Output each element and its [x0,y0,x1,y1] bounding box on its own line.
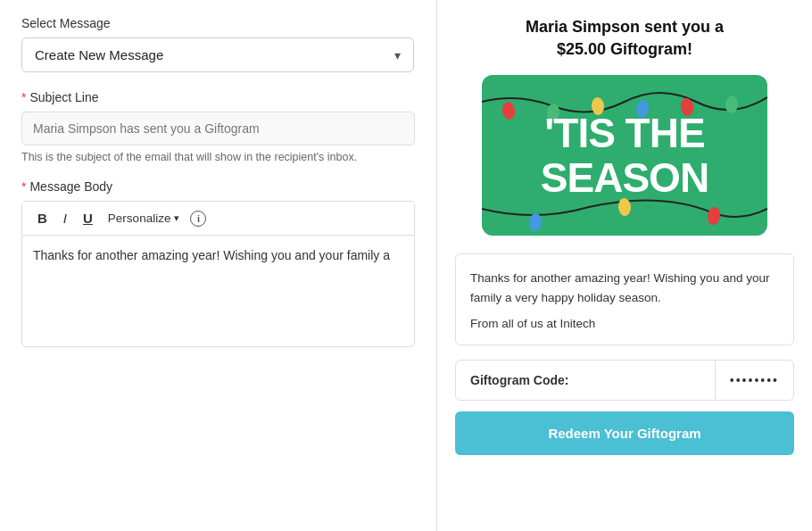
subject-line-input[interactable] [21,112,415,145]
card-text-line2: SEASON [541,155,708,201]
preview-title: Maria Simpson sent you a$25.00 Giftogram… [455,16,794,61]
card-text-line1: 'TIS THE [541,111,708,156]
svg-point-8 [707,206,722,226]
subject-line-label: * Subject Line [21,90,415,104]
card-text: 'TIS THE SEASON [541,111,708,201]
select-message-label: Select Message [21,16,415,30]
redeem-button[interactable]: Redeem Your Giftogram [455,411,794,455]
giftogram-code-row: Giftogram Code: •••••••• [455,360,794,401]
svg-point-5 [725,95,739,114]
bold-button[interactable]: B [33,209,52,228]
personalize-button[interactable]: Personalize ▾ [104,210,184,227]
required-star: * [21,90,26,104]
underline-button[interactable]: U [79,209,97,228]
code-value: •••••••• [716,361,793,400]
message-dropdown[interactable]: Create New Message ▾ [21,37,414,72]
right-panel: Maria Simpson sent you a$25.00 Giftogram… [437,0,812,531]
svg-point-0 [501,101,516,120]
info-icon[interactable]: i [190,211,206,227]
message-body-editor: B I U Personalize ▾ i [21,201,415,347]
gift-card-image: 'TIS THE SEASON [482,75,767,236]
message-body-label: * Message Body [21,179,415,194]
code-label: Giftogram Code: [456,361,716,400]
dropdown-selected-value: Create New Message [35,47,163,62]
message-body-textarea[interactable] [22,236,414,343]
editor-toolbar: B I U Personalize ▾ i [22,202,414,236]
required-star-body: * [21,179,26,194]
left-panel: Select Message Create New Message ▾ * Su… [0,0,437,531]
message-preview-line1: Thanks for another amazing year! Wishing… [470,269,779,307]
subject-hint: This is the subject of the email that wi… [21,151,415,163]
message-preview-box: Thanks for another amazing year! Wishing… [455,253,794,344]
italic-button[interactable]: I [59,209,71,228]
message-preview-from: From all of us at Initech [470,317,779,330]
chevron-personalize-icon: ▾ [174,212,179,224]
chevron-down-icon: ▾ [394,48,401,62]
